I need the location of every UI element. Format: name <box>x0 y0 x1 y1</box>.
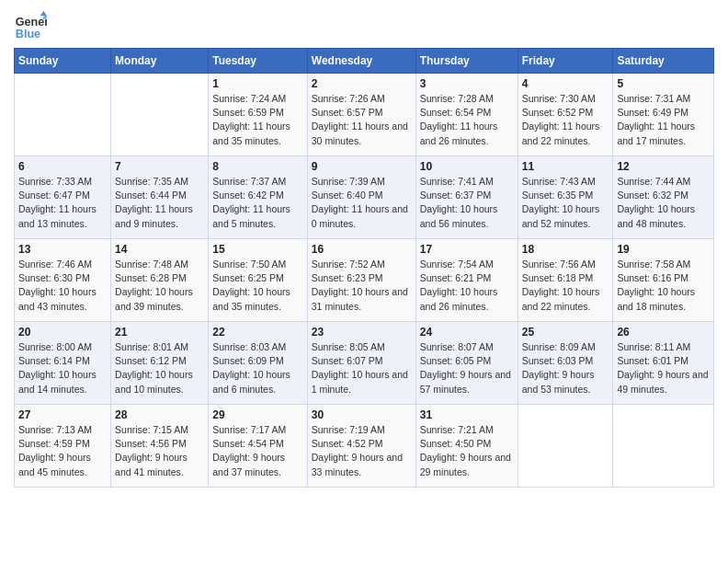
day-info: Sunrise: 7:41 AMSunset: 6:37 PMDaylight:… <box>420 175 514 231</box>
day-number: 10 <box>420 160 514 173</box>
col-header-wednesday: Wednesday <box>307 49 415 74</box>
day-cell: 2Sunrise: 7:26 AMSunset: 6:57 PMDaylight… <box>307 74 415 156</box>
day-cell: 29Sunrise: 7:17 AMSunset: 4:54 PMDayligh… <box>209 405 308 488</box>
day-info: Sunrise: 7:54 AMSunset: 6:21 PMDaylight:… <box>420 258 514 314</box>
day-cell: 13Sunrise: 7:46 AMSunset: 6:30 PMDayligh… <box>15 239 111 322</box>
day-info: Sunrise: 7:13 AMSunset: 4:59 PMDaylight:… <box>18 423 107 479</box>
week-row-3: 20Sunrise: 8:00 AMSunset: 6:14 PMDayligh… <box>15 322 714 405</box>
col-header-sunday: Sunday <box>15 49 111 74</box>
day-number: 3 <box>420 77 514 90</box>
col-header-monday: Monday <box>111 49 209 74</box>
week-row-0: 1Sunrise: 7:24 AMSunset: 6:59 PMDaylight… <box>15 74 714 156</box>
day-info: Sunrise: 7:15 AMSunset: 4:56 PMDaylight:… <box>115 423 204 479</box>
day-info: Sunrise: 7:17 AMSunset: 4:54 PMDaylight:… <box>212 423 303 479</box>
calendar-table: SundayMondayTuesdayWednesdayThursdayFrid… <box>14 48 714 488</box>
day-cell <box>518 405 613 488</box>
col-header-saturday: Saturday <box>613 49 714 74</box>
day-number: 26 <box>617 326 710 339</box>
day-number: 5 <box>617 77 710 90</box>
day-info: Sunrise: 7:19 AMSunset: 4:52 PMDaylight:… <box>312 423 412 479</box>
page: General Blue SundayMondayTuesdayWednesda… <box>0 0 728 563</box>
day-cell <box>111 74 209 156</box>
day-number: 24 <box>420 326 514 339</box>
day-number: 8 <box>212 160 303 173</box>
day-number: 4 <box>522 77 609 90</box>
day-number: 21 <box>115 326 204 339</box>
week-row-2: 13Sunrise: 7:46 AMSunset: 6:30 PMDayligh… <box>15 239 714 322</box>
day-info: Sunrise: 7:44 AMSunset: 6:32 PMDaylight:… <box>617 175 710 231</box>
day-cell: 26Sunrise: 8:11 AMSunset: 6:01 PMDayligh… <box>613 322 714 405</box>
col-header-friday: Friday <box>518 49 613 74</box>
day-cell: 8Sunrise: 7:37 AMSunset: 6:42 PMDaylight… <box>209 156 308 239</box>
day-cell: 17Sunrise: 7:54 AMSunset: 6:21 PMDayligh… <box>415 239 518 322</box>
day-cell: 9Sunrise: 7:39 AMSunset: 6:40 PMDaylight… <box>307 156 415 239</box>
logo: General Blue <box>14 9 47 42</box>
day-number: 27 <box>18 408 107 421</box>
svg-text:Blue: Blue <box>16 28 40 40</box>
day-number: 20 <box>18 326 107 339</box>
day-info: Sunrise: 7:35 AMSunset: 6:44 PMDaylight:… <box>115 175 204 231</box>
day-cell: 28Sunrise: 7:15 AMSunset: 4:56 PMDayligh… <box>111 405 209 488</box>
day-number: 19 <box>617 243 710 256</box>
day-cell: 12Sunrise: 7:44 AMSunset: 6:32 PMDayligh… <box>613 156 714 239</box>
week-row-1: 6Sunrise: 7:33 AMSunset: 6:47 PMDaylight… <box>15 156 714 239</box>
day-cell: 7Sunrise: 7:35 AMSunset: 6:44 PMDaylight… <box>111 156 209 239</box>
day-info: Sunrise: 7:39 AMSunset: 6:40 PMDaylight:… <box>312 175 412 231</box>
day-cell: 19Sunrise: 7:58 AMSunset: 6:16 PMDayligh… <box>613 239 714 322</box>
day-info: Sunrise: 8:09 AMSunset: 6:03 PMDaylight:… <box>522 340 609 396</box>
day-info: Sunrise: 8:01 AMSunset: 6:12 PMDaylight:… <box>115 340 204 396</box>
day-cell: 3Sunrise: 7:28 AMSunset: 6:54 PMDaylight… <box>415 74 518 156</box>
day-number: 22 <box>212 326 303 339</box>
day-number: 9 <box>312 160 412 173</box>
day-cell: 21Sunrise: 8:01 AMSunset: 6:12 PMDayligh… <box>111 322 209 405</box>
day-info: Sunrise: 8:03 AMSunset: 6:09 PMDaylight:… <box>212 340 303 396</box>
day-number: 16 <box>312 243 412 256</box>
day-info: Sunrise: 7:46 AMSunset: 6:30 PMDaylight:… <box>18 258 107 314</box>
day-info: Sunrise: 7:31 AMSunset: 6:49 PMDaylight:… <box>617 92 710 148</box>
day-cell: 16Sunrise: 7:52 AMSunset: 6:23 PMDayligh… <box>307 239 415 322</box>
day-info: Sunrise: 7:43 AMSunset: 6:35 PMDaylight:… <box>522 175 609 231</box>
day-number: 7 <box>115 160 204 173</box>
day-cell: 1Sunrise: 7:24 AMSunset: 6:59 PMDaylight… <box>209 74 308 156</box>
day-number: 2 <box>312 77 412 90</box>
header: General Blue <box>14 9 714 42</box>
day-cell: 31Sunrise: 7:21 AMSunset: 4:50 PMDayligh… <box>415 405 518 488</box>
day-info: Sunrise: 8:00 AMSunset: 6:14 PMDaylight:… <box>18 340 107 396</box>
day-cell: 20Sunrise: 8:00 AMSunset: 6:14 PMDayligh… <box>15 322 111 405</box>
day-info: Sunrise: 7:24 AMSunset: 6:59 PMDaylight:… <box>212 92 303 148</box>
day-info: Sunrise: 7:21 AMSunset: 4:50 PMDaylight:… <box>420 423 514 479</box>
day-info: Sunrise: 7:50 AMSunset: 6:25 PMDaylight:… <box>212 258 303 314</box>
day-number: 29 <box>212 408 303 421</box>
day-info: Sunrise: 8:11 AMSunset: 6:01 PMDaylight:… <box>617 340 710 396</box>
day-number: 30 <box>312 408 412 421</box>
day-cell: 14Sunrise: 7:48 AMSunset: 6:28 PMDayligh… <box>111 239 209 322</box>
day-info: Sunrise: 7:48 AMSunset: 6:28 PMDaylight:… <box>115 258 204 314</box>
day-info: Sunrise: 7:26 AMSunset: 6:57 PMDaylight:… <box>312 92 412 148</box>
day-cell: 24Sunrise: 8:07 AMSunset: 6:05 PMDayligh… <box>415 322 518 405</box>
day-cell: 4Sunrise: 7:30 AMSunset: 6:52 PMDaylight… <box>518 74 613 156</box>
col-header-thursday: Thursday <box>415 49 518 74</box>
day-cell: 22Sunrise: 8:03 AMSunset: 6:09 PMDayligh… <box>209 322 308 405</box>
day-number: 23 <box>312 326 412 339</box>
day-cell: 27Sunrise: 7:13 AMSunset: 4:59 PMDayligh… <box>15 405 111 488</box>
day-number: 31 <box>420 408 514 421</box>
day-number: 1 <box>212 77 303 90</box>
day-number: 18 <box>522 243 609 256</box>
header-row: SundayMondayTuesdayWednesdayThursdayFrid… <box>15 49 714 74</box>
day-info: Sunrise: 7:56 AMSunset: 6:18 PMDaylight:… <box>522 258 609 314</box>
day-number: 11 <box>522 160 609 173</box>
col-header-tuesday: Tuesday <box>209 49 308 74</box>
day-cell: 23Sunrise: 8:05 AMSunset: 6:07 PMDayligh… <box>307 322 415 405</box>
day-info: Sunrise: 8:05 AMSunset: 6:07 PMDaylight:… <box>312 340 412 396</box>
day-cell <box>15 74 111 156</box>
day-info: Sunrise: 8:07 AMSunset: 6:05 PMDaylight:… <box>420 340 514 396</box>
day-cell: 30Sunrise: 7:19 AMSunset: 4:52 PMDayligh… <box>307 405 415 488</box>
day-info: Sunrise: 7:33 AMSunset: 6:47 PMDaylight:… <box>18 175 107 231</box>
day-info: Sunrise: 7:52 AMSunset: 6:23 PMDaylight:… <box>312 258 412 314</box>
day-info: Sunrise: 7:30 AMSunset: 6:52 PMDaylight:… <box>522 92 609 148</box>
day-cell <box>613 405 714 488</box>
day-number: 28 <box>115 408 204 421</box>
day-number: 6 <box>18 160 107 173</box>
day-info: Sunrise: 7:37 AMSunset: 6:42 PMDaylight:… <box>212 175 303 231</box>
day-cell: 15Sunrise: 7:50 AMSunset: 6:25 PMDayligh… <box>209 239 308 322</box>
